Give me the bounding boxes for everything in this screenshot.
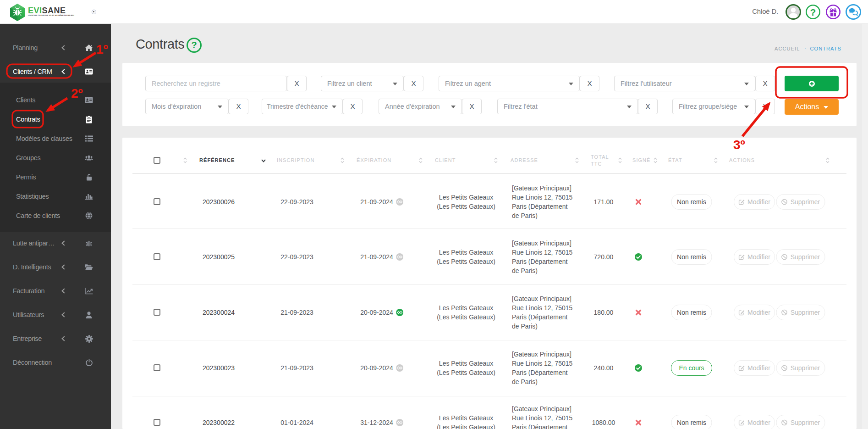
svg-text:?: ?: [810, 7, 816, 17]
